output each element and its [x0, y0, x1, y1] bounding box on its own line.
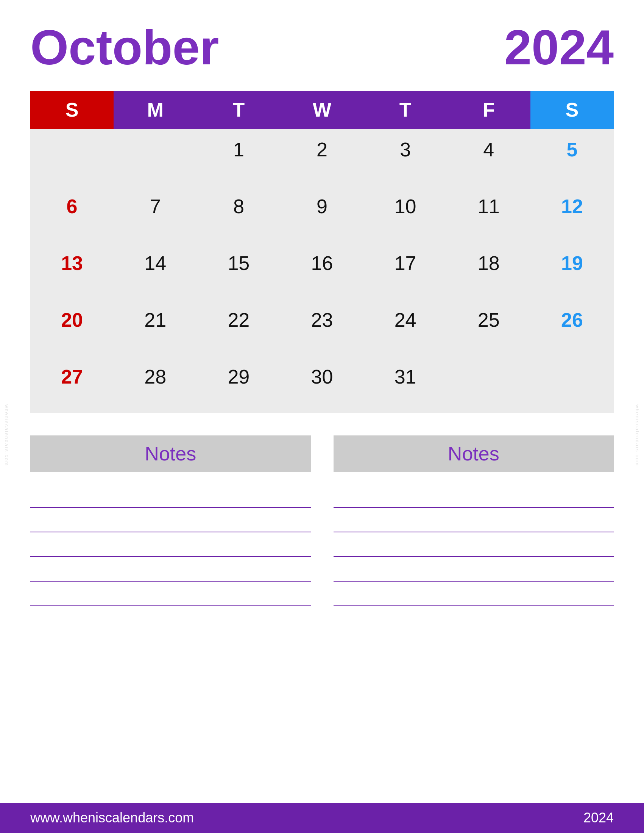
notes-line [30, 557, 311, 582]
calendar-day-cell: 21 [114, 299, 197, 356]
calendar-day-cell: 11 [447, 185, 530, 242]
calendar-day-cell: 16 [280, 242, 363, 299]
watermark-right: wheniscalendars.com [634, 404, 640, 466]
calendar-week-row: 13141516171819 [30, 242, 614, 299]
footer-year: 2024 [583, 810, 614, 826]
notes-column-left: Notes [30, 436, 311, 606]
calendar-day-cell: 2 [280, 129, 363, 185]
calendar-day-cell: 19 [530, 242, 614, 299]
footer: www.wheniscalendars.com 2024 [0, 803, 644, 833]
calendar-table: S M T W T F S 12345678910111213141516171… [30, 91, 614, 413]
notes-line [30, 582, 311, 606]
calendar-week-row: 20212223242526 [30, 299, 614, 356]
day-header-wednesday: W [280, 91, 363, 129]
notes-lines-left [30, 483, 311, 606]
calendar-day-cell: 6 [30, 185, 114, 242]
notes-line [30, 508, 311, 532]
calendar-day-cell: 24 [364, 299, 447, 356]
footer-url: www.wheniscalendars.com [30, 810, 194, 826]
calendar-day-cell: 14 [114, 242, 197, 299]
page-container: wheniscalendars.com wheniscalendars.com … [0, 0, 644, 833]
notes-line [334, 483, 614, 508]
day-header-thursday: T [364, 91, 447, 129]
notes-line [334, 582, 614, 606]
day-header-sunday: S [30, 91, 114, 129]
calendar-day-cell: 17 [364, 242, 447, 299]
calendar-day-cell: 3 [364, 129, 447, 185]
header: October 2024 [30, 23, 614, 72]
calendar-day-cell: 20 [30, 299, 114, 356]
calendar-day-cell: 22 [197, 299, 280, 356]
calendar-day-cell: 8 [197, 185, 280, 242]
calendar-day-cell: 15 [197, 242, 280, 299]
notes-line [334, 532, 614, 557]
notes-section: Notes Notes [30, 436, 614, 606]
calendar-day-cell: 28 [114, 356, 197, 413]
calendar-week-row: 12345 [30, 129, 614, 185]
calendar-day-cell: 31 [364, 356, 447, 413]
calendar-day-cell: 30 [280, 356, 363, 413]
calendar-wrapper: S M T W T F S 12345678910111213141516171… [30, 91, 614, 413]
calendar-day-cell: 13 [30, 242, 114, 299]
day-header-saturday: S [530, 91, 614, 129]
notes-line [334, 508, 614, 532]
calendar-day-cell: 26 [530, 299, 614, 356]
day-header-friday: F [447, 91, 530, 129]
calendar-day-cell: 9 [280, 185, 363, 242]
calendar-week-row: 2728293031 [30, 356, 614, 413]
calendar-day-cell: 1 [197, 129, 280, 185]
calendar-body: 1234567891011121314151617181920212223242… [30, 129, 614, 413]
calendar-day-cell [530, 356, 614, 413]
calendar-day-cell [114, 129, 197, 185]
calendar-day-cell: 25 [447, 299, 530, 356]
calendar-day-cell [30, 129, 114, 185]
calendar-day-cell: 18 [447, 242, 530, 299]
calendar-day-cell: 10 [364, 185, 447, 242]
notes-line [30, 483, 311, 508]
calendar-day-cell [447, 356, 530, 413]
day-header-row: S M T W T F S [30, 91, 614, 129]
year-title: 2024 [504, 23, 614, 72]
notes-line [334, 557, 614, 582]
calendar-day-cell: 5 [530, 129, 614, 185]
notes-lines-right [334, 483, 614, 606]
calendar-day-cell: 23 [280, 299, 363, 356]
watermark-left: wheniscalendars.com [4, 404, 10, 466]
notes-column-right: Notes [334, 436, 614, 606]
calendar-day-cell: 27 [30, 356, 114, 413]
calendar-day-cell: 4 [447, 129, 530, 185]
day-header-tuesday: T [197, 91, 280, 129]
notes-line [30, 532, 311, 557]
notes-header-left: Notes [30, 436, 311, 472]
calendar-day-cell: 7 [114, 185, 197, 242]
day-header-monday: M [114, 91, 197, 129]
calendar-day-cell: 12 [530, 185, 614, 242]
month-title: October [30, 23, 219, 72]
calendar-day-cell: 29 [197, 356, 280, 413]
notes-header-right: Notes [334, 436, 614, 472]
calendar-week-row: 6789101112 [30, 185, 614, 242]
